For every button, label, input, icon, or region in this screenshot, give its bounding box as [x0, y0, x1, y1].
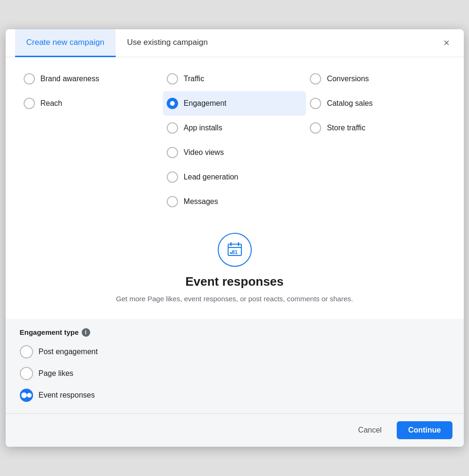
label-messages: Messages — [184, 197, 218, 206]
modal-body: Brand awareness Reach Traffic E — [6, 57, 464, 413]
event-responses-section: 31 Event responses Get more Page likes, … — [6, 219, 464, 314]
info-icon[interactable]: i — [82, 328, 90, 337]
option-lead-generation[interactable]: Lead generation — [163, 165, 306, 189]
radio-reach[interactable] — [24, 98, 35, 109]
event-icon: 31 — [218, 233, 252, 267]
label-engagement: Engagement — [184, 99, 227, 108]
radio-post-engagement[interactable] — [20, 345, 33, 358]
radio-event-responses[interactable] — [20, 389, 33, 402]
radio-brand-awareness[interactable] — [24, 73, 35, 85]
label-page-likes: Page likes — [39, 369, 74, 378]
label-traffic: Traffic — [184, 75, 205, 83]
event-title: Event responses — [185, 274, 283, 289]
option-post-engagement[interactable]: Post engagement — [20, 343, 450, 360]
option-brand-awareness[interactable]: Brand awareness — [20, 67, 163, 91]
radio-engagement[interactable] — [167, 98, 178, 109]
label-post-engagement: Post engagement — [39, 348, 98, 356]
modal-wrapper: Create new campaign Use existing campaig… — [0, 0, 469, 476]
col3: Conversions Catalog sales Store traffic — [306, 67, 449, 214]
radio-traffic[interactable] — [167, 73, 178, 85]
option-conversions[interactable]: Conversions — [306, 67, 449, 91]
col1: Brand awareness Reach — [20, 67, 163, 214]
radio-page-likes[interactable] — [20, 367, 33, 380]
radio-lead-generation[interactable] — [167, 171, 178, 183]
campaign-modal: Create new campaign Use existing campaig… — [6, 29, 464, 447]
option-messages[interactable]: Messages — [163, 189, 306, 214]
radio-app-installs[interactable] — [167, 122, 178, 134]
campaign-type-grid: Brand awareness Reach Traffic E — [6, 57, 464, 219]
option-page-likes[interactable]: Page likes — [20, 365, 450, 382]
label-event-responses: Event responses — [39, 391, 95, 400]
option-reach[interactable]: Reach — [20, 91, 163, 116]
continue-button[interactable]: Continue — [397, 421, 452, 439]
tab-create-new[interactable]: Create new campaign — [15, 29, 116, 57]
tab-use-existing[interactable]: Use existing campaign — [116, 29, 219, 57]
col2: Traffic Engagement App installs Video vi… — [163, 67, 306, 214]
cancel-button[interactable]: Cancel — [350, 422, 389, 438]
radio-video-views[interactable] — [167, 147, 178, 158]
label-catalog-sales: Catalog sales — [327, 99, 373, 108]
radio-store-traffic[interactable] — [310, 122, 321, 134]
label-store-traffic: Store traffic — [327, 124, 366, 132]
option-traffic[interactable]: Traffic — [163, 67, 306, 91]
option-engagement[interactable]: Engagement — [163, 91, 306, 116]
option-event-responses[interactable]: Event responses — [20, 387, 450, 404]
modal-header: Create new campaign Use existing campaig… — [6, 29, 464, 57]
engagement-type-title: Engagement type i — [20, 328, 450, 337]
option-video-views[interactable]: Video views — [163, 140, 306, 165]
option-catalog-sales[interactable]: Catalog sales — [306, 91, 449, 116]
option-store-traffic[interactable]: Store traffic — [306, 116, 449, 140]
label-brand-awareness: Brand awareness — [41, 75, 100, 83]
option-app-installs[interactable]: App installs — [163, 116, 306, 140]
label-conversions: Conversions — [327, 75, 369, 83]
close-button[interactable]: × — [439, 35, 454, 51]
engagement-options: Post engagement Page likes Event respons… — [20, 343, 450, 404]
radio-conversions[interactable] — [310, 73, 321, 85]
label-app-installs: App installs — [184, 124, 222, 132]
label-video-views: Video views — [184, 148, 224, 157]
engagement-type-section: Engagement type i Post engagement Page l… — [6, 319, 464, 413]
event-description: Get more Page likes, event responses, or… — [116, 294, 353, 305]
radio-catalog-sales[interactable] — [310, 98, 321, 109]
modal-footer: Cancel Continue — [6, 413, 464, 447]
label-lead-generation: Lead generation — [184, 173, 239, 181]
radio-messages[interactable] — [167, 196, 178, 207]
label-reach: Reach — [41, 99, 62, 108]
